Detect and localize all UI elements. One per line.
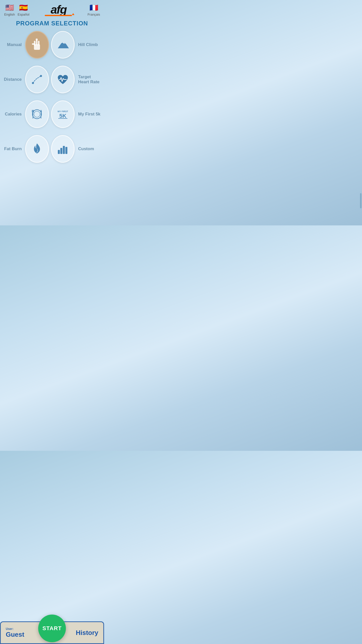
main-content: 🇺🇸 English 🇪🇸 Español afg 🇫🇷 Français [0, 0, 104, 188]
program-row-2: Distance Target Heart Rate [3, 66, 102, 93]
manual-label: Manual [3, 42, 24, 47]
lang-espanol-label: Español [18, 13, 29, 16]
fat-burn-button[interactable] [25, 135, 49, 163]
svg-rect-8 [32, 43, 34, 45]
program-row-1: Manual [3, 31, 102, 59]
svg-point-15 [40, 75, 42, 77]
calories-icon [29, 107, 44, 122]
svg-rect-5 [34, 41, 35, 46]
hill-climb-button[interactable] [51, 31, 75, 59]
svg-point-17 [34, 111, 40, 117]
target-heart-rate-label: Target Heart Rate [76, 74, 102, 85]
target-heart-rate-icon [55, 72, 70, 87]
distance-button[interactable] [25, 66, 49, 93]
flag-english: 🇺🇸 [4, 4, 15, 12]
svg-text:afg: afg [51, 3, 67, 16]
svg-rect-28 [65, 147, 67, 154]
my-first-5k-label: My First 5k [76, 112, 102, 117]
lang-francais[interactable]: 🇫🇷 Français [87, 4, 100, 16]
svg-point-14 [32, 82, 34, 84]
svg-rect-27 [63, 146, 65, 154]
flag-espanol: 🇪🇸 [18, 4, 29, 12]
manual-button[interactable] [25, 31, 49, 59]
calories-button[interactable] [25, 100, 49, 128]
logo-wrapper: afg [42, 3, 75, 17]
custom-label: Custom [76, 146, 102, 151]
lang-francais-label: Français [87, 13, 100, 16]
my-first-5k-button[interactable]: MY FIRST 5K [51, 100, 75, 128]
lang-english[interactable]: 🇺🇸 English [4, 4, 15, 16]
distance-label: Distance [3, 77, 24, 82]
fat-burn-icon [29, 141, 44, 156]
fat-burn-label: Fat Burn [3, 146, 24, 151]
calories-label: Calories [3, 112, 24, 117]
lang-espanol[interactable]: 🇪🇸 Español [18, 4, 29, 16]
distance-icon [29, 72, 44, 87]
page-title: PROGRAM SELECTION [0, 20, 104, 27]
svg-text:MY FIRST: MY FIRST [58, 110, 68, 113]
flag-francais: 🇫🇷 [88, 4, 99, 12]
manual-icon [29, 37, 44, 52]
svg-marker-13 [63, 42, 66, 44]
afg-logo: afg [42, 3, 75, 17]
custom-button[interactable] [51, 135, 75, 163]
program-row-4: Fat Burn Custom [3, 135, 102, 163]
svg-rect-6 [36, 40, 37, 45]
svg-rect-7 [38, 41, 39, 45]
svg-rect-3 [45, 15, 72, 16]
lang-english-label: English [4, 13, 15, 16]
programs-grid: Manual [0, 31, 104, 163]
svg-text:5K: 5K [59, 113, 66, 119]
program-row-3: Calories MY FI [3, 100, 102, 128]
logo-area: afg [29, 3, 87, 17]
svg-rect-26 [60, 148, 62, 154]
hill-climb-label: Hill Climb [76, 42, 102, 47]
svg-point-9 [36, 38, 38, 41]
my-first-5k-icon: MY FIRST 5K [55, 107, 70, 122]
hill-climb-icon [55, 37, 70, 52]
target-heart-rate-button[interactable] [51, 66, 75, 93]
svg-rect-25 [58, 150, 60, 154]
header: 🇺🇸 English 🇪🇸 Español afg 🇫🇷 Français [0, 0, 104, 19]
svg-marker-12 [61, 42, 64, 43]
lang-group-left: 🇺🇸 English 🇪🇸 Español [4, 4, 29, 16]
custom-icon [55, 141, 70, 156]
